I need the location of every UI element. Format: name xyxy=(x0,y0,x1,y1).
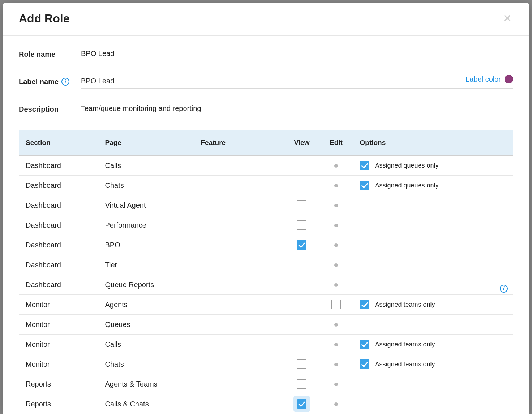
cell-page: Virtual Agent xyxy=(99,195,194,215)
cell-options: i xyxy=(353,275,513,295)
cell-section: Monitor xyxy=(19,335,99,354)
cell-view xyxy=(285,195,319,215)
cell-view xyxy=(285,374,319,394)
table-row: MonitorQueues xyxy=(19,315,513,335)
cell-edit xyxy=(319,335,353,354)
view-checkbox[interactable] xyxy=(297,220,306,230)
cell-feature xyxy=(194,374,285,394)
modal-body: Role name Label name i Label color Descr… xyxy=(3,36,529,414)
th-page: Page xyxy=(99,130,194,156)
cell-view xyxy=(285,275,319,295)
cell-page: Tier xyxy=(99,255,194,275)
cell-view xyxy=(285,315,319,335)
role-name-row: Role name xyxy=(19,47,513,61)
cell-page: Chats xyxy=(99,176,194,195)
cell-page: Agents & Teams xyxy=(99,374,194,394)
table-row: DashboardVirtual Agent xyxy=(19,195,513,215)
label-name-input[interactable] xyxy=(81,75,513,89)
view-checkbox[interactable] xyxy=(297,200,306,210)
view-checkbox[interactable] xyxy=(297,320,306,329)
cell-section: Monitor xyxy=(19,315,99,335)
view-checkbox[interactable] xyxy=(297,280,306,289)
add-role-modal: Add Role ✕ Role name Label name i Label … xyxy=(3,3,529,414)
edit-disabled-dot xyxy=(334,323,338,327)
option-label: Assigned teams only xyxy=(375,361,435,368)
view-checkbox[interactable] xyxy=(297,399,306,409)
edit-disabled-dot xyxy=(334,204,338,207)
info-icon[interactable]: i xyxy=(61,78,69,86)
modal-title: Add Role xyxy=(19,12,69,25)
option-checkbox[interactable] xyxy=(360,300,369,309)
edit-disabled-dot xyxy=(334,402,338,406)
option-label: Assigned queues only xyxy=(375,182,439,189)
close-icon[interactable]: ✕ xyxy=(500,12,515,25)
view-checkbox[interactable] xyxy=(297,181,306,190)
option-checkbox[interactable] xyxy=(360,161,369,170)
view-checkbox[interactable] xyxy=(297,240,306,250)
cell-options: Assigned teams only xyxy=(353,295,513,315)
view-checkbox[interactable] xyxy=(297,260,306,269)
option-checkbox[interactable] xyxy=(360,181,369,190)
label-name-label-text: Label name xyxy=(19,78,59,86)
th-edit: Edit xyxy=(319,130,353,156)
edit-disabled-dot xyxy=(334,263,338,267)
cell-section: Dashboard xyxy=(19,156,99,176)
table-row: DashboardTier xyxy=(19,255,513,275)
option-checkbox[interactable] xyxy=(360,340,369,349)
cell-options xyxy=(353,315,513,335)
cell-page: Performance xyxy=(99,215,194,235)
cell-options xyxy=(353,195,513,215)
cell-edit xyxy=(319,354,353,374)
cell-feature xyxy=(194,235,285,255)
option-checkbox[interactable] xyxy=(360,359,369,369)
cell-page: Queues xyxy=(99,315,194,335)
edit-disabled-dot xyxy=(334,383,338,386)
cell-feature xyxy=(194,176,285,195)
label-color-link[interactable]: Label color xyxy=(466,75,501,83)
option-label: Assigned teams only xyxy=(375,341,435,348)
label-color-swatch[interactable] xyxy=(505,75,513,83)
cell-section: Reports xyxy=(19,374,99,394)
option-label: Assigned teams only xyxy=(375,301,435,309)
cell-options: Assigned queues only xyxy=(353,176,513,195)
view-checkbox[interactable] xyxy=(297,300,306,309)
cell-options: Assigned queues only xyxy=(353,156,513,176)
view-checkbox[interactable] xyxy=(297,340,306,349)
cell-view xyxy=(285,335,319,354)
table-row: ReportsAgents & Teams xyxy=(19,374,513,394)
cell-edit xyxy=(319,235,353,255)
cell-feature xyxy=(194,215,285,235)
view-checkbox[interactable] xyxy=(297,161,306,170)
info-icon[interactable]: i xyxy=(500,285,508,293)
cell-options xyxy=(353,394,513,414)
cell-feature xyxy=(194,354,285,374)
cell-feature xyxy=(194,335,285,354)
cell-options: Assigned teams only xyxy=(353,335,513,354)
cell-edit xyxy=(319,374,353,394)
table-row: DashboardChatsAssigned queues only xyxy=(19,176,513,195)
description-label: Description xyxy=(19,105,81,113)
view-checkbox[interactable] xyxy=(297,379,306,389)
cell-page: Calls xyxy=(99,335,194,354)
description-row: Description xyxy=(19,102,513,116)
cell-feature xyxy=(194,394,285,414)
cell-edit xyxy=(319,394,353,414)
role-name-input[interactable] xyxy=(81,47,513,61)
view-checkbox[interactable] xyxy=(297,359,306,369)
cell-view xyxy=(285,235,319,255)
cell-section: Dashboard xyxy=(19,235,99,255)
cell-edit xyxy=(319,295,353,315)
cell-section: Dashboard xyxy=(19,255,99,275)
table-row: DashboardPerformance xyxy=(19,215,513,235)
table-row: MonitorCallsAssigned teams only xyxy=(19,335,513,354)
edit-checkbox[interactable] xyxy=(331,300,341,309)
cell-edit xyxy=(319,215,353,235)
table-row: ReportsCalls & Chats xyxy=(19,394,513,414)
cell-feature xyxy=(194,255,285,275)
cell-feature xyxy=(194,315,285,335)
edit-disabled-dot xyxy=(334,243,338,247)
edit-disabled-dot xyxy=(334,283,338,287)
th-section: Section xyxy=(19,130,99,156)
role-name-label: Role name xyxy=(19,50,81,59)
description-input[interactable] xyxy=(81,102,513,116)
